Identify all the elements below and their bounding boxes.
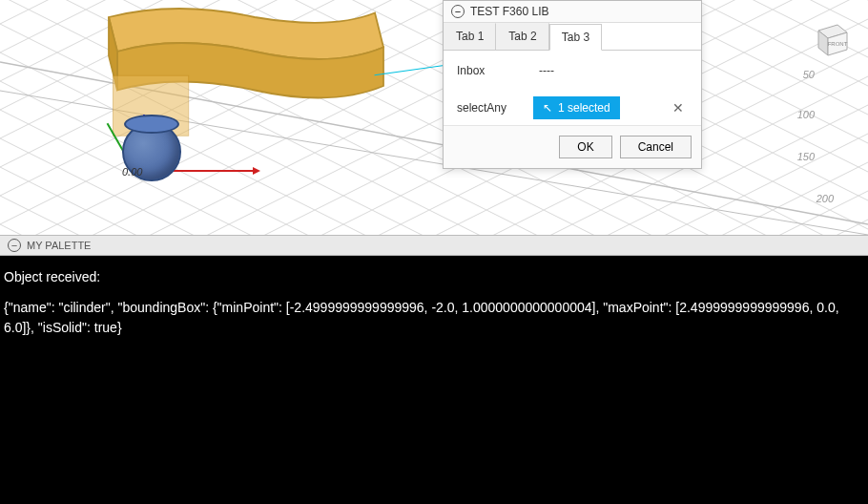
- ruler-tick: 150: [797, 151, 815, 162]
- dialog-footer: OK Cancel: [444, 125, 701, 168]
- tab-1[interactable]: Tab 1: [444, 23, 496, 50]
- cursor-icon: ↖: [543, 101, 552, 115]
- tab-3[interactable]: Tab 3: [549, 24, 602, 51]
- collapse-icon[interactable]: −: [451, 5, 465, 18]
- clear-selection-button[interactable]: ✕: [669, 100, 688, 116]
- ruler-tick: 100: [797, 109, 815, 120]
- inbox-value: ----: [522, 64, 669, 77]
- palette-title: MY PALETTE: [27, 240, 91, 251]
- selection-chip-text: 1 selected: [558, 101, 610, 115]
- solid-body[interactable]: [57, 0, 401, 172]
- dialog-titlebar[interactable]: − TEST F360 LIB: [444, 1, 701, 23]
- view-cube[interactable]: FRONT: [809, 17, 851, 59]
- inbox-label: Inbox: [457, 64, 522, 77]
- viewport-3d[interactable]: 50 100 150 200 0.00 FRONT − TEST F360 LI…: [0, 0, 868, 235]
- tab-strip: Tab 1 Tab 2 Tab 3: [444, 23, 701, 51]
- palette-console[interactable]: Object received: {"name": "cilinder", "b…: [0, 256, 868, 504]
- cylinder-top-face[interactable]: [124, 115, 179, 134]
- selection-chip[interactable]: ↖ 1 selected: [533, 96, 620, 119]
- dialog-title: TEST F360 LIB: [470, 5, 548, 18]
- tab-2[interactable]: Tab 2: [496, 23, 548, 50]
- svg-text:FRONT: FRONT: [828, 41, 848, 47]
- ruler-tick: 50: [803, 69, 815, 80]
- console-line: {"name": "cilinder", "boundingBox": {"mi…: [4, 298, 864, 339]
- dialog-body: Inbox ---- selectAny ↖ 1 selected ✕: [444, 51, 701, 125]
- dialog-panel: − TEST F360 LIB Tab 1 Tab 2 Tab 3 Inbox …: [443, 0, 702, 169]
- ruler-tick: 200: [816, 193, 834, 204]
- palette-titlebar[interactable]: − MY PALETTE: [0, 235, 868, 256]
- selectany-label: selectAny: [457, 101, 522, 115]
- axis-x: [162, 170, 258, 172]
- console-line: Object received:: [4, 267, 864, 288]
- axis-readout: 0.00: [122, 166, 142, 178]
- cancel-button[interactable]: Cancel: [620, 136, 692, 158]
- collapse-icon[interactable]: −: [8, 239, 21, 252]
- ok-button[interactable]: OK: [559, 136, 611, 158]
